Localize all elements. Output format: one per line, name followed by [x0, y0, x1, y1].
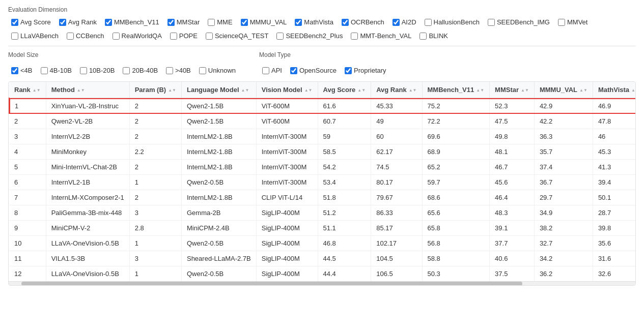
- eval-checkbox-label-pope: POPE: [179, 32, 198, 40]
- model-size-input-unknown[interactable]: [199, 67, 206, 74]
- eval-checkbox-mmBenchV11[interactable]: MMBench_V11: [102, 17, 162, 27]
- th-param[interactable]: Param (B)▲▼: [129, 82, 181, 98]
- divider1: [8, 46, 636, 46]
- sort-icon-mmmuVal: ▲▼: [579, 88, 587, 93]
- eval-checkbox-seedBench2Plus[interactable]: SEEDBench2_Plus: [273, 31, 346, 41]
- eval-checkbox-label-ai2d: AI2D: [402, 18, 416, 26]
- cell-row3-col1: MiniMonkey: [46, 144, 129, 160]
- model-type-input-api[interactable]: [262, 67, 269, 74]
- eval-checkbox-seedBenchImg[interactable]: SEEDBench_IMG: [485, 17, 553, 27]
- cell-row7-col0: 8: [9, 205, 46, 221]
- th-mmStar[interactable]: MMStar▲▼: [490, 82, 535, 98]
- cell-row6-col5: 51.8: [318, 190, 371, 205]
- scrollbar-thumb[interactable]: [21, 282, 523, 286]
- eval-checkbox-mme[interactable]: MME: [205, 17, 235, 27]
- eval-checkbox-mmtBenchVal[interactable]: MMT-Bench_VAL: [348, 31, 414, 41]
- eval-checkbox-avgScore[interactable]: Avg Score: [8, 17, 54, 27]
- eval-checkbox-input-mmmuVal[interactable]: [241, 19, 248, 26]
- eval-checkbox-pope[interactable]: POPE: [167, 31, 201, 41]
- model-type-input-proprietary[interactable]: [345, 67, 352, 74]
- eval-dimension-row2: LLaVABenchCCBenchRealWorldQAPOPEScienceQ…: [8, 31, 636, 41]
- eval-checkbox-input-avgRank[interactable]: [59, 19, 66, 26]
- cell-row0-col8: 52.3: [490, 98, 535, 114]
- th-method[interactable]: Method▲▼: [46, 82, 129, 98]
- cell-row5-col0: 6: [9, 175, 46, 190]
- model-type-input-openSource[interactable]: [290, 67, 297, 74]
- eval-checkbox-label-mme: MME: [217, 18, 232, 26]
- model-size-checkbox-b20to40[interactable]: 20B-40B: [120, 66, 161, 75]
- model-type-checkbox-api[interactable]: API: [259, 66, 285, 75]
- cell-row11-col5: 44.4: [318, 266, 371, 282]
- eval-checkbox-avgRank[interactable]: Avg Rank: [56, 17, 100, 27]
- model-size-input-gt40b[interactable]: [166, 67, 173, 74]
- cell-row6-col2: 2: [129, 190, 181, 205]
- eval-checkbox-ccBench[interactable]: CCBench: [64, 31, 107, 41]
- eval-checkbox-input-mathVista[interactable]: [295, 19, 302, 26]
- eval-checkbox-blink[interactable]: BLINK: [416, 31, 451, 41]
- eval-checkbox-input-scienceQATest[interactable]: [206, 33, 213, 40]
- model-type-checkbox-proprietary[interactable]: Proprietary: [342, 66, 389, 75]
- model-size-input-b10to20[interactable]: [80, 67, 87, 74]
- cell-row1-col0: 2: [9, 114, 46, 129]
- model-size-checkbox-gt40b[interactable]: >40B: [163, 66, 194, 75]
- model-size-checkbox-b10to20[interactable]: 10B-20B: [77, 66, 118, 75]
- th-visionModel[interactable]: Vision Model▲▼: [256, 82, 318, 98]
- eval-checkbox-llavaBench[interactable]: LLaVABench: [8, 31, 62, 41]
- table-row: 5Mini-InternVL-Chat-2B2InternLM2-1.8BInt…: [9, 160, 636, 175]
- eval-checkbox-ocrBench[interactable]: OCRBench: [339, 17, 387, 27]
- eval-checkbox-input-ccBench[interactable]: [67, 33, 74, 40]
- th-avgScore[interactable]: Avg Score▲▼: [318, 82, 371, 98]
- cell-row6-col8: 46.4: [490, 190, 535, 205]
- eval-checkbox-input-hallusionBench[interactable]: [425, 19, 432, 26]
- eval-checkbox-input-mmBenchV11[interactable]: [105, 19, 112, 26]
- sort-icon-mathVista: ▲▼: [631, 88, 636, 93]
- model-size-checkbox-b4to10[interactable]: 4B-10B: [38, 66, 75, 75]
- eval-checkbox-input-llavaBench[interactable]: [11, 33, 18, 40]
- eval-checkbox-input-ai2d[interactable]: [393, 19, 400, 26]
- th-rank[interactable]: Rank▲▼: [9, 82, 46, 98]
- eval-checkbox-mmVet[interactable]: MMVet: [555, 17, 591, 27]
- model-size-checkbox-lt4b[interactable]: <4B: [8, 66, 36, 75]
- cell-row10-col6: 104.5: [371, 251, 422, 266]
- table-row: 8PaliGemma-3B-mix-4483Gemma-2BSigLIP-400…: [9, 205, 636, 221]
- cell-row10-col7: 58.8: [422, 251, 490, 266]
- th-avgRank[interactable]: Avg Rank▲▼: [371, 82, 422, 98]
- cell-row5-col10: 39.4: [593, 175, 636, 190]
- cell-row8-col0: 9: [9, 221, 46, 236]
- eval-checkbox-input-avgScore[interactable]: [11, 19, 18, 26]
- eval-checkbox-input-realWorldQA[interactable]: [113, 33, 120, 40]
- eval-checkbox-input-ocrBench[interactable]: [342, 19, 349, 26]
- eval-checkbox-input-seedBench2Plus[interactable]: [276, 33, 284, 40]
- scrollbar-area[interactable]: [9, 281, 635, 285]
- model-size-input-b4to10[interactable]: [41, 67, 48, 74]
- eval-checkbox-mmmuVal[interactable]: MMMU_VAL: [238, 17, 290, 27]
- cell-row10-col3: Sheared-LLaMA-2.7B: [181, 251, 256, 266]
- eval-checkbox-scienceQATest[interactable]: ScienceQA_TEST: [203, 31, 272, 41]
- eval-checkbox-mmStar[interactable]: MMStar: [164, 17, 203, 27]
- model-size-input-b20to40[interactable]: [123, 67, 130, 74]
- eval-checkbox-input-mmtBenchVal[interactable]: [351, 33, 358, 40]
- eval-checkbox-input-mmStar[interactable]: [167, 19, 175, 26]
- model-size-input-lt4b[interactable]: [11, 67, 18, 74]
- cell-row1-col1: Qwen2-VL-2B: [46, 114, 129, 129]
- cell-row0-col6: 45.33: [371, 98, 422, 114]
- eval-checkbox-hallusionBench[interactable]: HallusionBench: [422, 17, 483, 27]
- eval-checkbox-mathVista[interactable]: MathVista: [292, 17, 337, 27]
- eval-checkbox-input-pope[interactable]: [170, 33, 177, 40]
- cell-row1-col6: 49: [371, 114, 422, 129]
- model-size-label-lt4b: <4B: [20, 67, 33, 74]
- th-mmmuVal[interactable]: MMMU_VAL▲▼: [534, 82, 593, 98]
- cell-row7-col8: 48.3: [490, 205, 535, 221]
- eval-checkbox-ai2d[interactable]: AI2D: [389, 17, 419, 27]
- eval-checkbox-input-seedBenchImg[interactable]: [488, 19, 495, 26]
- th-mmBenchV11[interactable]: MMBench_V11▲▼: [422, 82, 490, 98]
- model-type-checkbox-openSource[interactable]: OpenSource: [287, 66, 340, 75]
- eval-checkbox-input-blink[interactable]: [419, 33, 427, 40]
- eval-checkbox-input-mmVet[interactable]: [558, 19, 565, 26]
- eval-checkbox-realWorldQA[interactable]: RealWorldQA: [109, 31, 165, 41]
- model-size-checkbox-unknown[interactable]: Unknown: [196, 66, 239, 75]
- th-mathVista[interactable]: MathVista▲▼: [593, 82, 636, 98]
- eval-checkbox-input-mme[interactable]: [208, 19, 215, 26]
- th-langModel[interactable]: Language Model▲▼: [181, 82, 256, 98]
- cell-row10-col5: 44.5: [318, 251, 371, 266]
